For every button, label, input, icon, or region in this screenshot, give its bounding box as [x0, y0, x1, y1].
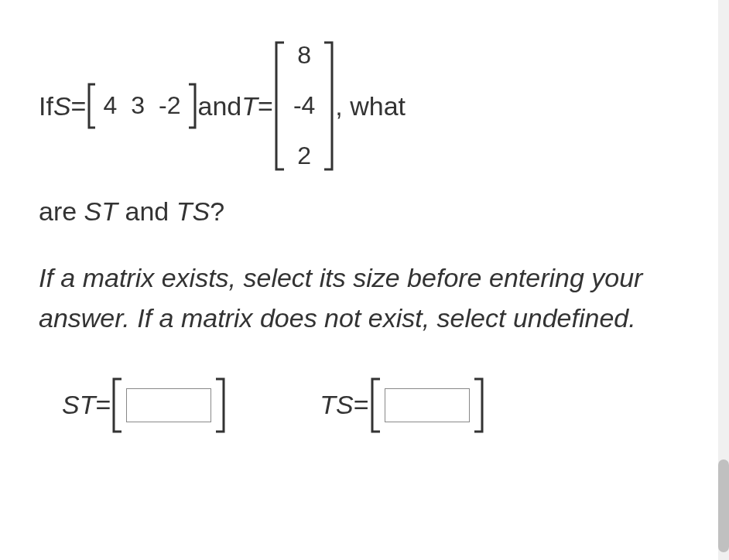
matrix-S-entry-2: -2: [159, 86, 180, 125]
instruction-text: If a matrix exists, select its size befo…: [39, 258, 690, 339]
answer-row: ST = TS =: [39, 377, 690, 433]
variable-ST: ST: [84, 196, 118, 226]
answer-TS: TS =: [320, 377, 484, 433]
answer-ST-matrix[interactable]: [111, 377, 227, 433]
bracket-open-icon: [369, 377, 382, 433]
bracket-close-icon: [187, 83, 198, 129]
answer-TS-equals: =: [354, 390, 369, 420]
matrix-T: 8 -4 2: [273, 31, 335, 181]
text-and-2: and: [118, 196, 176, 226]
question-mark: ?: [210, 196, 224, 226]
matrix-S: 4 3 -2: [86, 83, 197, 129]
matrix-T-content: 8 -4 2: [286, 31, 323, 181]
answer-TS-input[interactable]: [385, 388, 470, 422]
bracket-close-icon: [214, 377, 227, 433]
equals-sign-2: =: [258, 85, 273, 127]
answer-TS-label: TS: [320, 390, 353, 420]
matrix-T-entry-1: -4: [293, 86, 315, 125]
problem-line1: If S = 4 3 -2 and T = 8 -4 2 , what: [39, 31, 690, 181]
problem-line2: are ST and TS?: [39, 196, 690, 227]
answer-ST-equals: =: [95, 390, 111, 420]
variable-S: S: [53, 85, 71, 127]
bracket-open-icon: [273, 41, 286, 171]
variable-T: T: [241, 85, 258, 127]
text-what: , what: [335, 85, 406, 127]
answer-ST: ST =: [62, 377, 227, 433]
answer-ST-label: ST: [62, 390, 95, 420]
matrix-S-entry-1: 3: [131, 86, 145, 125]
text-if: If: [39, 85, 53, 127]
matrix-T-entry-2: 2: [293, 136, 315, 176]
bracket-close-icon: [323, 41, 335, 171]
equals-sign: =: [71, 85, 87, 127]
bracket-close-icon: [473, 377, 485, 433]
answer-TS-matrix[interactable]: [369, 377, 485, 433]
matrix-S-entry-0: 4: [103, 86, 117, 125]
matrix-T-entry-0: 8: [293, 36, 315, 75]
bracket-open-icon: [111, 377, 123, 433]
matrix-S-content: 4 3 -2: [97, 86, 187, 125]
text-and: and: [198, 85, 242, 127]
answer-ST-input[interactable]: [126, 388, 211, 422]
text-are: are: [39, 196, 84, 226]
scrollbar-thumb[interactable]: [718, 459, 729, 552]
variable-TS: TS: [176, 196, 210, 226]
bracket-open-icon: [86, 83, 97, 129]
scrollbar[interactable]: [718, 0, 729, 560]
